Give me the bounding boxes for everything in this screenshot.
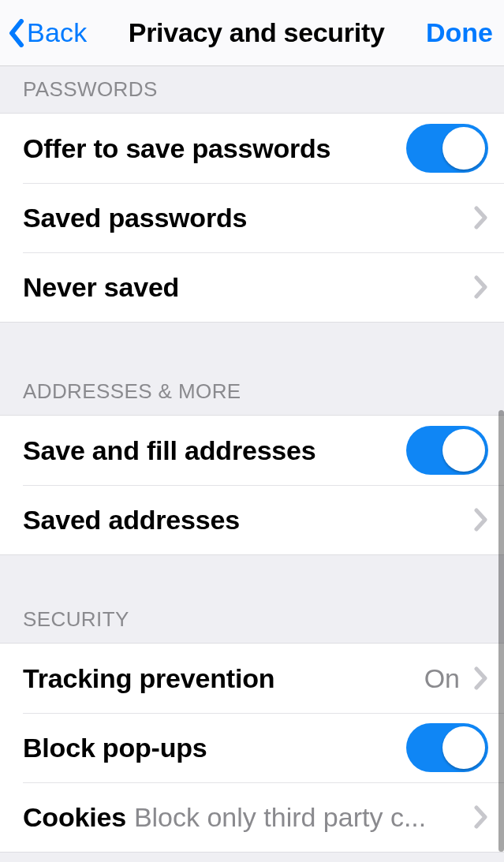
row-value: On [282,663,460,694]
section-header-security: SECURITY [0,607,504,632]
row-label: Saved passwords [23,203,247,233]
back-label: Back [27,17,87,48]
done-button[interactable]: Done [426,17,493,48]
back-button[interactable]: Back [8,17,87,48]
row-label: Block pop-ups [23,733,207,763]
chevron-right-icon [474,805,488,829]
row-label: Never saved [23,272,179,303]
chevron-left-icon [8,19,25,47]
toggle-offer-save-passwords[interactable] [406,124,488,173]
row-saved-passwords[interactable]: Saved passwords [0,183,504,252]
row-label: Offer to save passwords [23,133,330,164]
row-label: Save and fill addresses [23,435,315,466]
chevron-right-icon [474,666,488,690]
row-cookies[interactable]: Cookies Block only third party c... [0,782,504,852]
row-saved-addresses[interactable]: Saved addresses [0,485,504,554]
row-tracking-prevention[interactable]: Tracking prevention On [0,644,504,713]
row-label: Tracking prevention [23,663,274,694]
group-passwords: Offer to save passwords Saved passwords … [0,113,504,323]
row-label: Cookies [23,802,126,833]
navbar: Back Privacy and security Done [0,0,504,66]
group-addresses: Save and fill addresses Saved addresses [0,415,504,555]
row-block-popups[interactable]: Block pop-ups [0,713,504,782]
row-value: Block only third party c... [134,802,460,833]
row-offer-save-passwords[interactable]: Offer to save passwords [0,114,504,183]
section-header-addresses: ADDRESSES & MORE [0,379,504,404]
chevron-right-icon [474,275,488,299]
row-save-fill-addresses[interactable]: Save and fill addresses [0,416,504,485]
row-label: Saved addresses [23,505,240,535]
toggle-save-fill-addresses[interactable] [406,426,488,475]
section-header-passwords: PASSWORDS [0,77,504,102]
chevron-right-icon [474,508,488,532]
group-security: Tracking prevention On Block pop-ups Coo… [0,643,504,853]
chevron-right-icon [474,206,488,229]
toggle-block-popups[interactable] [406,723,488,772]
row-never-saved[interactable]: Never saved [0,252,504,322]
page-title: Privacy and security [129,17,385,48]
scrollbar[interactable] [498,410,504,852]
